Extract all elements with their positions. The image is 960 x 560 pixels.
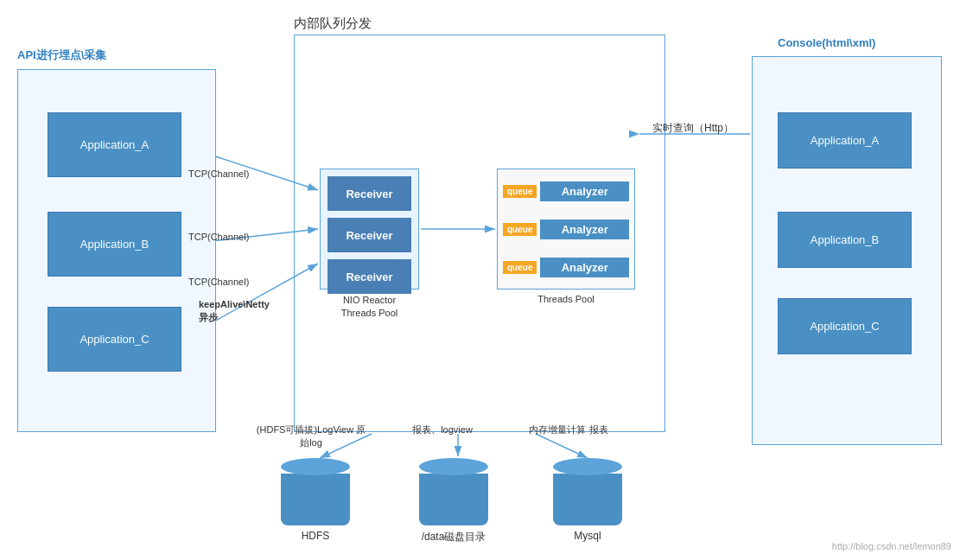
realtime-label: 实时查询（Http）: [652, 121, 734, 136]
analyzer-label-2: Analyzer: [540, 220, 629, 239]
receiver-3: Receiver: [327, 259, 411, 294]
tcp-label-2: TCP(Channel): [188, 232, 249, 242]
receiver-2: Receiver: [327, 218, 411, 252]
tcp-label-3: TCP(Channel): [188, 277, 249, 287]
hdfs-top-label: (HDFS可插拔)LogView 原始log: [255, 423, 367, 449]
receiver-label: NIO Reactor Threads Pool: [320, 294, 419, 321]
queue-badge-1: queue: [503, 185, 537, 198]
analyzer-row-2: queue Analyzer: [503, 213, 629, 245]
middle-section-title: 内部队列分发: [294, 16, 372, 32]
keepalive-label: keepAlive\Netty 异步: [199, 298, 270, 325]
right-app-a: Application_A: [778, 112, 912, 169]
hdfs-cyl-top: [281, 458, 350, 475]
threads-pool-label: Threads Pool: [497, 294, 635, 304]
data-cyl-body: [419, 474, 488, 525]
queue-badge-2: queue: [503, 223, 537, 236]
mysql-cylinder: Mysql: [553, 458, 622, 542]
hdfs-cylinder: HDFS: [281, 458, 350, 542]
diagram-container: API进行埋点\采集 Application_A Application_B A…: [0, 0, 960, 560]
tcp-label-1: TCP(Channel): [188, 169, 249, 179]
hdfs-label: HDFS: [302, 530, 330, 542]
left-app-c: Application_C: [48, 307, 181, 372]
right-app-b: Application_B: [778, 212, 912, 268]
analyzer-label-3: Analyzer: [540, 258, 629, 277]
left-app-a: Application_A: [48, 112, 181, 177]
analyzer-row-1: queue Analyzer: [503, 175, 629, 207]
left-app-b: Application_B: [48, 212, 181, 277]
mysql-cyl-top: [553, 458, 622, 475]
right-section-title: Console(html\xml): [778, 36, 875, 49]
mysql-top-label: 内存增量计算 报表: [517, 423, 620, 436]
queue-badge-3: queue: [503, 261, 537, 274]
analyzer-row-3: queue Analyzer: [503, 251, 629, 283]
right-app-c: Application_C: [778, 298, 912, 354]
watermark: http://blog.csdn.net/lemon89: [832, 541, 951, 551]
svg-line-9: [536, 434, 588, 458]
mysql-label: Mysql: [574, 530, 601, 542]
analyzer-label-1: Analyzer: [540, 181, 629, 201]
hdfs-cyl-body: [281, 474, 350, 525]
data-label: /data磁盘目录: [422, 530, 486, 544]
data-top-label: 报表、logview: [399, 423, 486, 436]
receiver-box: Receiver Receiver Receiver: [320, 169, 419, 290]
data-cylinder: /data磁盘目录: [419, 458, 488, 544]
mysql-cyl-body: [553, 474, 622, 525]
receiver-1: Receiver: [327, 176, 411, 211]
data-cyl-top: [419, 458, 488, 475]
left-section-title: API进行埋点\采集: [17, 48, 106, 63]
threads-pool-box: queue Analyzer queue Analyzer queue Anal…: [497, 169, 635, 290]
